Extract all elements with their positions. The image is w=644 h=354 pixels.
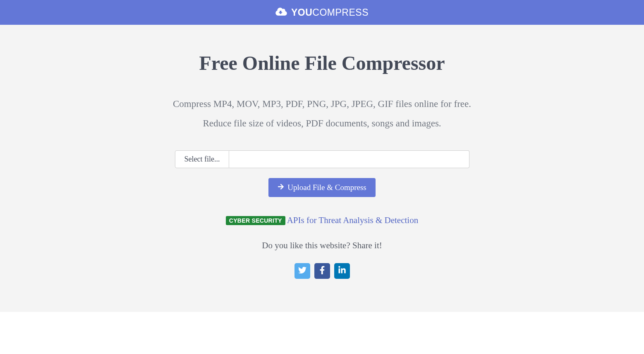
logo-light: COMPRESS	[312, 7, 369, 18]
subtitle-1: Compress MP4, MOV, MP3, PDF, PNG, JPG, J…	[8, 97, 636, 112]
promo-row: CYBER SECURITY APIs for Threat Analysis …	[8, 215, 636, 226]
twitter-icon	[298, 266, 306, 276]
hero-section: Free Online File Compressor Compress MP4…	[0, 25, 644, 312]
file-select-row: Select file...	[175, 150, 469, 168]
cyber-security-badge: CYBER SECURITY	[226, 216, 285, 225]
cloud-icon	[275, 7, 287, 18]
linkedin-icon	[338, 266, 346, 276]
logo[interactable]: YOUCOMPRESS	[275, 7, 369, 18]
subtitle-2: Reduce file size of videos, PDF document…	[8, 116, 636, 131]
page-title: Free Online File Compressor	[8, 52, 636, 74]
share-prompt: Do you like this website? Share it!	[8, 240, 636, 251]
file-path-input[interactable]	[229, 150, 469, 168]
upload-compress-button[interactable]: Upload File & Compress	[268, 178, 376, 197]
share-twitter-button[interactable]	[294, 263, 310, 279]
facebook-icon	[318, 266, 326, 276]
logo-bold: YOU	[291, 7, 312, 18]
upload-button-label: Upload File & Compress	[287, 183, 366, 192]
social-row	[8, 263, 636, 279]
share-facebook-button[interactable]	[314, 263, 330, 279]
site-header: YOUCOMPRESS	[0, 0, 644, 25]
arrow-right-icon	[278, 183, 284, 192]
logo-text: YOUCOMPRESS	[291, 7, 369, 18]
promo-link[interactable]: APIs for Threat Analysis & Detection	[287, 215, 418, 225]
share-linkedin-button[interactable]	[334, 263, 350, 279]
select-file-button[interactable]: Select file...	[175, 150, 230, 168]
